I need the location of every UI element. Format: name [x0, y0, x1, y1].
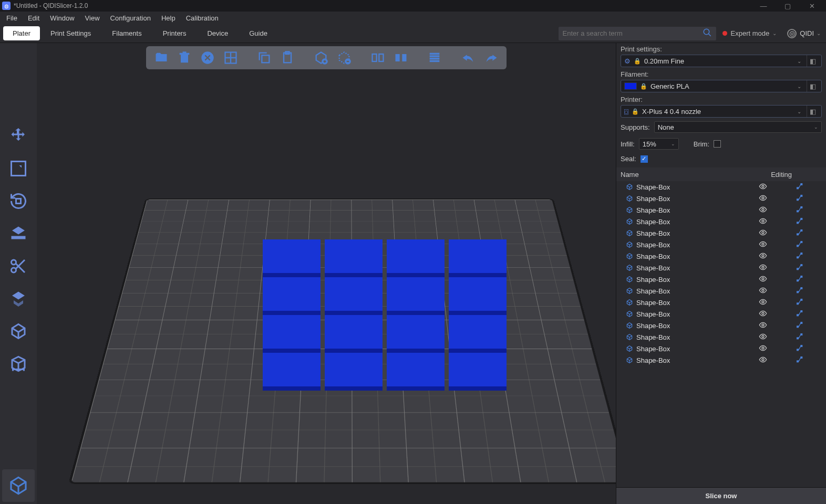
- filament-select[interactable]: 🔒 Generic PLA ⌄ ◧: [621, 80, 822, 92]
- edit-object-icon[interactable]: [773, 298, 826, 308]
- search-icon[interactable]: [703, 28, 712, 39]
- tab-printers[interactable]: Printers: [152, 25, 197, 41]
- rotate-tool[interactable]: [4, 187, 33, 215]
- search-input[interactable]: [563, 29, 703, 37]
- scale-tool[interactable]: [4, 154, 33, 183]
- move-tool[interactable]: [4, 122, 33, 150]
- undo-button[interactable]: [458, 48, 478, 67]
- qidi-account[interactable]: ◎ QIDI ⌄: [787, 29, 821, 38]
- object-row[interactable]: Shape-Box: [616, 216, 826, 227]
- split-objects-button[interactable]: [368, 48, 388, 67]
- edit-object-icon[interactable]: [773, 309, 826, 319]
- menu-configuration[interactable]: Configuration: [105, 13, 156, 24]
- slice-button[interactable]: Slice now: [616, 487, 826, 504]
- mode-selector[interactable]: Expert mode ⌄: [722, 29, 777, 37]
- object-row[interactable]: Shape-Box: [616, 308, 826, 320]
- object-row[interactable]: Shape-Box: [616, 193, 826, 204]
- delete-button[interactable]: [174, 48, 194, 67]
- object-row[interactable]: Shape-Box: [616, 297, 826, 308]
- visibility-toggle-icon[interactable]: [752, 321, 773, 331]
- variable-layer-button[interactable]: [425, 48, 445, 67]
- visibility-toggle-icon[interactable]: [752, 194, 773, 204]
- object-row[interactable]: Shape-Box: [616, 331, 826, 343]
- edit-object-icon[interactable]: [773, 263, 826, 273]
- copy-button[interactable]: [254, 48, 274, 67]
- object-row[interactable]: Shape-Box: [616, 320, 826, 331]
- object-row[interactable]: Shape-Box: [616, 274, 826, 285]
- object-row[interactable]: Shape-Box: [616, 227, 826, 239]
- visibility-toggle-icon[interactable]: [752, 240, 773, 250]
- edit-object-icon[interactable]: [773, 275, 826, 285]
- viewport-3d[interactable]: [37, 43, 616, 504]
- object-row[interactable]: Shape-Box: [616, 250, 826, 262]
- visibility-toggle-icon[interactable]: [752, 344, 773, 354]
- edit-preset-icon[interactable]: ◧: [807, 80, 818, 92]
- edit-object-icon[interactable]: [773, 332, 826, 342]
- menu-calibration[interactable]: Calibration: [181, 13, 224, 24]
- edit-object-icon[interactable]: [773, 205, 826, 215]
- paint-tool[interactable]: [4, 285, 33, 313]
- paste-button[interactable]: [277, 48, 297, 67]
- menu-view[interactable]: View: [80, 13, 105, 24]
- object-row[interactable]: Shape-Box: [616, 343, 826, 354]
- tab-device[interactable]: Device: [197, 25, 239, 41]
- edit-object-icon[interactable]: [773, 286, 826, 296]
- edit-object-icon[interactable]: [773, 321, 826, 331]
- infill-select[interactable]: 15%⌄: [639, 138, 679, 150]
- visibility-toggle-icon[interactable]: [752, 332, 773, 342]
- simplify-tool[interactable]: [4, 317, 33, 345]
- visibility-toggle-icon[interactable]: [752, 309, 773, 319]
- object-row[interactable]: Shape-Box: [616, 181, 826, 193]
- menu-help[interactable]: Help: [156, 13, 181, 24]
- visibility-toggle-icon[interactable]: [752, 251, 773, 261]
- edit-object-icon[interactable]: [773, 194, 826, 204]
- edit-object-icon[interactable]: [773, 228, 826, 238]
- visibility-toggle-icon[interactable]: [752, 263, 773, 273]
- split-parts-button[interactable]: [391, 48, 411, 67]
- visibility-toggle-icon[interactable]: [752, 275, 773, 285]
- object-row[interactable]: Shape-Box: [616, 239, 826, 250]
- delete-all-button[interactable]: [198, 48, 218, 67]
- search-box[interactable]: [559, 27, 716, 40]
- visibility-toggle-icon[interactable]: [752, 205, 773, 215]
- edit-object-icon[interactable]: [773, 240, 826, 250]
- seal-checkbox[interactable]: ✓: [641, 155, 648, 163]
- tab-plater[interactable]: Plater: [3, 26, 40, 40]
- visibility-toggle-icon[interactable]: [752, 286, 773, 296]
- menu-edit[interactable]: Edit: [23, 13, 45, 24]
- edit-preset-icon[interactable]: ◧: [807, 106, 818, 117]
- visibility-toggle-icon[interactable]: [752, 355, 773, 365]
- redo-button[interactable]: [481, 48, 501, 67]
- visibility-toggle-icon[interactable]: [752, 182, 773, 192]
- tab-print-settings[interactable]: Print Settings: [40, 25, 101, 41]
- visibility-toggle-icon[interactable]: [752, 298, 773, 308]
- add-instance-button[interactable]: [311, 48, 331, 67]
- cut-tool[interactable]: [4, 252, 33, 280]
- edit-object-icon[interactable]: [773, 182, 826, 192]
- object-row[interactable]: Shape-Box: [616, 204, 826, 216]
- place-on-face-tool[interactable]: [4, 219, 33, 248]
- brim-checkbox[interactable]: [714, 140, 721, 148]
- open-file-button[interactable]: [151, 48, 171, 67]
- edit-object-icon[interactable]: [773, 344, 826, 354]
- remove-instance-button[interactable]: [334, 48, 354, 67]
- measure-tool[interactable]: [4, 350, 33, 378]
- menu-file[interactable]: File: [1, 13, 23, 24]
- tab-guide[interactable]: Guide: [239, 25, 278, 41]
- supports-select[interactable]: None⌄: [654, 121, 822, 133]
- edit-object-icon[interactable]: [773, 217, 826, 227]
- view-3d-button[interactable]: [2, 469, 35, 502]
- visibility-toggle-icon[interactable]: [752, 228, 773, 238]
- edit-object-icon[interactable]: [773, 251, 826, 261]
- object-row[interactable]: Shape-Box: [616, 354, 826, 366]
- maximize-button[interactable]: ▢: [776, 0, 800, 12]
- edit-object-icon[interactable]: [773, 355, 826, 365]
- close-button[interactable]: ✕: [800, 0, 824, 12]
- tab-filaments[interactable]: Filaments: [101, 25, 152, 41]
- menu-window[interactable]: Window: [45, 13, 79, 24]
- object-row[interactable]: Shape-Box: [616, 285, 826, 297]
- minimize-button[interactable]: —: [751, 0, 776, 12]
- print-settings-select[interactable]: ⚙ 🔒 0.20mm Fine ⌄ ◧: [621, 55, 822, 67]
- edit-preset-icon[interactable]: ◧: [807, 55, 818, 67]
- object-row[interactable]: Shape-Box: [616, 262, 826, 274]
